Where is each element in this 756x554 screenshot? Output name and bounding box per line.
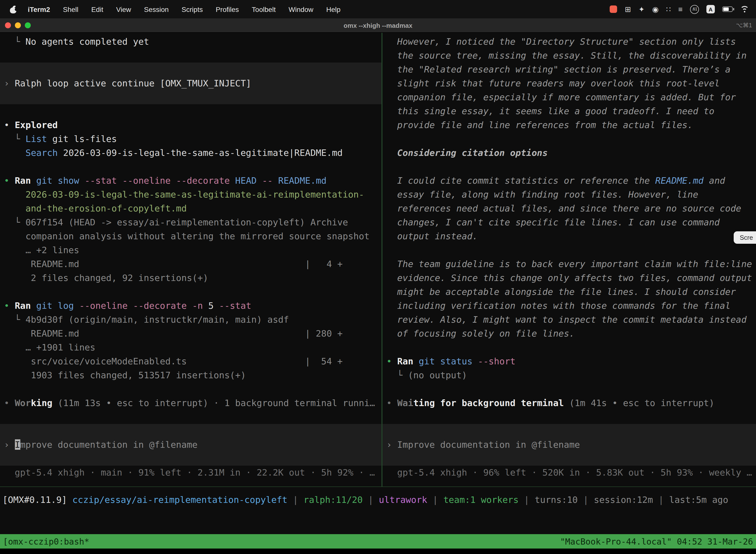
- terminal-line: of focusing solely on file lines.: [382, 327, 756, 340]
- blank-line: [0, 382, 381, 396]
- text-segment: |: [363, 494, 379, 505]
- status-icon-2[interactable]: ◉: [652, 5, 658, 13]
- terminal-line: this single essay, it seems like a good …: [382, 104, 756, 118]
- blank-line: [0, 49, 381, 63]
- text-segment: … +1901 lines: [4, 342, 95, 352]
- text-segment: last:5m ago: [669, 494, 728, 505]
- wifi-icon[interactable]: [740, 6, 749, 12]
- menu-item-iterm2[interactable]: iTerm2: [21, 5, 57, 13]
- status-icon-0[interactable]: ⊞: [625, 5, 631, 13]
- terminal-line: provide file and line references from th…: [382, 118, 756, 132]
- text-segment: › Improve documentation in @filename: [386, 439, 580, 450]
- blank-line: [382, 340, 756, 354]
- window-title-bar: omx --xhigh --madmax ⌥⌘1: [0, 18, 756, 33]
- battery-fill: [723, 7, 729, 11]
- terminal-line: … +2 lines: [0, 243, 381, 257]
- menu-item-edit[interactable]: Edit: [85, 5, 110, 13]
- menu-item-help[interactable]: Help: [320, 5, 347, 13]
- text-segment: essay file, along with finding root file…: [386, 189, 698, 200]
- text-segment: └: [4, 36, 25, 47]
- terminal-line: 2026-03-09-is-legal-the-same-as-legitima…: [0, 188, 381, 202]
- text-segment: companion file, especially if more comme…: [386, 92, 736, 102]
- text-segment: No agents completed yet: [25, 36, 149, 47]
- text-segment: references need actual files, and since …: [386, 203, 741, 214]
- battery-percentage-badge[interactable]: .61: [690, 5, 699, 14]
- prompt-input[interactable]: › Improve documentation in @filename: [0, 424, 381, 466]
- menu-item-session[interactable]: Session: [137, 5, 175, 13]
- text-segment: the source tree, missing the essay. Stil…: [386, 50, 747, 61]
- text-segment: ting for background terminal: [413, 398, 564, 408]
- apple-menu-icon[interactable]: [10, 5, 16, 13]
- terminal-line: I could cite commit statistics or refere…: [382, 174, 756, 188]
- terminal-line: 1903 files changed, 513517 insertions(+): [0, 368, 381, 382]
- text-segment: |: [427, 494, 443, 505]
- text-segment: |: [653, 494, 669, 505]
- text-segment: git status: [413, 356, 472, 366]
- status-icon-4[interactable]: ≡: [678, 5, 683, 13]
- text-segment: slight risk that future readers may over…: [386, 78, 720, 88]
- battery-icon[interactable]: [722, 6, 733, 12]
- close-button[interactable]: [5, 22, 11, 28]
- minimize-button[interactable]: [15, 22, 21, 28]
- terminal-line: the source tree, missing the essay. Stil…: [382, 49, 756, 63]
- text-segment: Ran: [397, 356, 413, 366]
- terminal-line: and-the-erosion-of-copyleft.md: [0, 202, 381, 215]
- text-segment: 2 files changed, 92 insertions(+): [4, 273, 208, 283]
- screen-recording-indicator-icon[interactable]: [610, 5, 617, 13]
- menu-item-toolbelt[interactable]: Toolbelt: [245, 5, 282, 13]
- text-segment: [4, 148, 25, 158]
- menu-item-shell[interactable]: Shell: [57, 5, 85, 13]
- text-segment: •: [4, 120, 15, 130]
- status-icon-3[interactable]: ∷: [666, 5, 671, 13]
- text-segment: However, I noticed the "Directory Struct…: [386, 36, 736, 47]
- text-segment: 2026-03-09-is-legal-the-same-as-legitima…: [58, 148, 343, 158]
- text-segment: git log: [31, 300, 74, 311]
- blank-line: [0, 410, 381, 424]
- text-segment: List: [25, 133, 47, 144]
- text-segment: might be acceptable alongside the file l…: [386, 286, 736, 297]
- terminal-line: output instead.: [382, 229, 756, 243]
- terminal-line: Considering citation options: [382, 146, 756, 160]
- menu-item-view[interactable]: View: [110, 5, 137, 13]
- text-segment: git show: [31, 175, 79, 186]
- text-segment: … +2 lines: [4, 245, 79, 255]
- text-segment: turns:10: [535, 494, 578, 505]
- zoom-button[interactable]: [25, 22, 31, 28]
- text-segment: --: [257, 175, 273, 186]
- ralph-inject-banner[interactable]: › Ralph loop active continue [OMX_TMUX_I…: [0, 63, 381, 104]
- terminal-line: changes, I can't cite specific file line…: [382, 215, 756, 229]
- screen-sharing-popover[interactable]: Scre: [734, 231, 756, 244]
- status-icon-1[interactable]: ✦: [638, 5, 645, 13]
- terminal-line: … +1901 lines: [0, 340, 381, 354]
- blank-line: [0, 285, 381, 299]
- terminal-line: └ No agents completed yet: [0, 35, 381, 49]
- status-glyphs: ⊞✦◉∷≡: [625, 5, 683, 13]
- prompt-input[interactable]: › Improve documentation in @filename: [382, 424, 756, 466]
- terminal-line: • Ran git log --oneline --decorate -n 5 …: [0, 299, 381, 313]
- text-segment: changes, I can't cite specific file line…: [386, 217, 720, 227]
- tmux-pane-right[interactable]: However, I noticed the "Directory Struct…: [382, 33, 756, 487]
- text-segment: •: [386, 356, 397, 366]
- menu-item-window[interactable]: Window: [282, 5, 320, 13]
- terminal-line: gpt-5.4 xhigh · 96% left · 520K in · 5.8…: [382, 466, 756, 480]
- text-segment: review. Also, I might want to inspect th…: [386, 314, 747, 325]
- text-segment: •: [4, 300, 15, 311]
- text-segment: (1m 41s • esc to interrupt): [564, 398, 714, 408]
- terminal-line: › Improve documentation in @filename: [382, 438, 580, 452]
- text-segment: README.md | 4 +: [4, 259, 342, 269]
- text-segment: gpt-5.4 xhigh · main · 91% left · 2.31M …: [4, 467, 375, 478]
- menu-item-scripts[interactable]: Scripts: [175, 5, 209, 13]
- tmux-host-clock: "MacBook-Pro-44.local" 04:52 31-Mar-26: [560, 536, 753, 546]
- terminal-line: › Ralph loop active continue [OMX_TMUX_I…: [0, 76, 251, 90]
- tmux-pane-left[interactable]: └ No agents completed yet› Ralph loop ac…: [0, 33, 381, 487]
- blank-line: [0, 160, 381, 174]
- text-segment: └: [4, 133, 25, 144]
- terminal-line: essay file, along with finding root file…: [382, 188, 756, 202]
- text-segment: Considering citation options: [386, 148, 548, 158]
- text-segment: --oneline --decorate -n: [74, 300, 203, 311]
- terminal-line: • Working (11m 13s • esc to interrupt) ·…: [0, 396, 381, 410]
- terminal-line: might be acceptable alongside the file l…: [382, 285, 756, 299]
- input-source-icon[interactable]: A: [706, 5, 715, 13]
- terminal-line: • Explored: [0, 118, 381, 132]
- menu-item-profiles[interactable]: Profiles: [209, 5, 245, 13]
